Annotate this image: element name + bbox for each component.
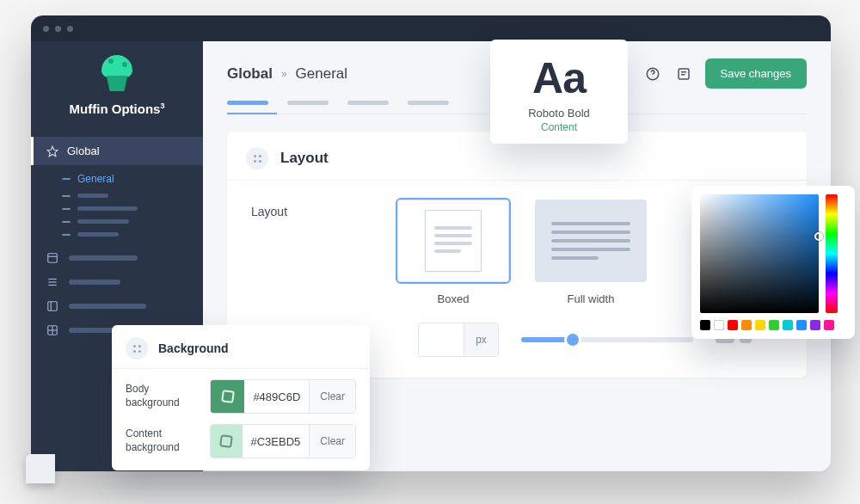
placeholder-bar (77, 206, 138, 211)
color-chip (211, 425, 243, 458)
width-input[interactable]: px (418, 323, 499, 357)
width-slider[interactable] (521, 337, 693, 342)
star-icon (46, 145, 58, 157)
save-button[interactable]: Save changes (705, 58, 807, 89)
tab-placeholder[interactable] (408, 101, 449, 105)
drag-handle-icon[interactable] (126, 337, 148, 360)
sidebar-sub-placeholder[interactable] (62, 189, 203, 202)
brand-block: Muffin Options3 (31, 53, 203, 116)
dash-icon (62, 221, 71, 223)
sidebar-sub-placeholder[interactable] (62, 215, 203, 228)
dash-icon (62, 234, 71, 236)
window-dot (67, 26, 73, 32)
layout-thumb-boxed (397, 200, 509, 282)
swatch[interactable] (755, 320, 765, 330)
width-unit: px (464, 323, 498, 356)
corner-flap-icon (26, 454, 55, 483)
font-name: Roboto Bold (502, 107, 616, 120)
list-icon (46, 276, 58, 288)
sidebar-sub-general[interactable]: General (62, 169, 203, 189)
swatch[interactable] (700, 320, 710, 330)
sidebar-nav: Global General (31, 137, 203, 342)
help-icon (645, 66, 660, 82)
bg-row-content: Content background #C3EBD5 Clear (112, 414, 370, 458)
titlebar (31, 15, 831, 41)
bg-row-body: Body background #489C6D Clear (112, 369, 370, 414)
chevron-right-icon: » (281, 68, 287, 80)
swatch-row (700, 320, 846, 330)
dash-icon (62, 178, 71, 180)
bg-label: Content background (126, 427, 200, 454)
clear-button[interactable]: Clear (309, 425, 355, 458)
color-picker (691, 186, 855, 339)
swatch[interactable] (783, 320, 793, 330)
color-hex: #489C6D (244, 390, 309, 403)
swatch[interactable] (728, 320, 738, 330)
slider-knob-icon (567, 334, 579, 346)
window-dot (55, 26, 61, 32)
svg-point-12 (652, 77, 653, 77)
color-chip (211, 380, 244, 413)
dash-icon (62, 208, 71, 210)
layout-option-fullwidth[interactable]: Full width (535, 200, 647, 305)
picker-cursor-icon (814, 232, 823, 241)
color-input-body[interactable]: #489C6D Clear (210, 379, 356, 414)
sidebar-item-global[interactable]: Global (31, 137, 203, 165)
note-icon (676, 66, 691, 82)
breadcrumb-current: General (296, 65, 347, 83)
swatch[interactable] (714, 320, 724, 330)
layout-thumb-full (535, 200, 647, 282)
layout-option-label: Boxed (438, 292, 470, 305)
bg-label: Body background (126, 383, 200, 409)
sidebar-sub-label: General (77, 173, 114, 185)
swatch[interactable] (810, 320, 820, 330)
field-label-layout: Layout (251, 200, 354, 218)
color-hex: #C3EBD5 (243, 435, 310, 448)
font-preview-card: Aa Roboto Bold Content (490, 40, 628, 144)
tab-placeholder[interactable] (287, 101, 329, 105)
tab-placeholder[interactable] (347, 101, 389, 105)
sidebar-section-placeholder[interactable] (31, 246, 203, 270)
swatch[interactable] (769, 320, 779, 330)
panel-icon (46, 252, 58, 264)
saturation-field[interactable] (700, 194, 819, 313)
breadcrumb-root: Global (227, 65, 273, 83)
layout-option-label: Full width (568, 292, 615, 305)
swatch[interactable] (824, 320, 834, 330)
muffin-logo-icon (96, 53, 138, 95)
placeholder-bar (77, 219, 129, 224)
svg-marker-0 (47, 146, 58, 157)
sidebar-section-placeholder[interactable] (31, 270, 203, 294)
image-icon (219, 434, 233, 448)
dash-icon (62, 195, 71, 197)
layout-option-boxed[interactable]: Boxed (397, 200, 509, 305)
panel-title: Background (158, 341, 229, 355)
brand-title: Muffin Options3 (70, 101, 165, 116)
sidebar-item-label: Global (67, 144, 100, 157)
help-button[interactable] (643, 65, 662, 83)
grid-icon (46, 324, 58, 336)
panel-title: Layout (280, 150, 329, 167)
swatch[interactable] (796, 320, 807, 330)
color-input-content[interactable]: #C3EBD5 Clear (210, 424, 356, 458)
tab-placeholder-active[interactable] (227, 101, 268, 105)
font-content-link[interactable]: Content (502, 121, 616, 133)
window-dot (43, 26, 49, 32)
width-value (419, 323, 464, 356)
clear-button[interactable]: Clear (309, 380, 355, 413)
breadcrumb: Global » General (227, 65, 347, 83)
placeholder-bar (77, 194, 108, 198)
drag-handle-icon[interactable] (246, 147, 268, 169)
swatch[interactable] (741, 320, 752, 330)
placeholder-bar (69, 280, 120, 285)
svg-rect-6 (48, 302, 58, 311)
hue-slider[interactable] (826, 194, 838, 313)
sidebar-section-placeholder[interactable] (31, 294, 203, 318)
svg-rect-1 (48, 254, 58, 263)
sidebar-layout-icon (46, 300, 58, 312)
notes-button[interactable] (674, 65, 693, 83)
sidebar-sub-placeholder[interactable] (62, 228, 203, 241)
sidebar-sub-placeholder[interactable] (62, 202, 203, 215)
placeholder-bar (77, 232, 119, 237)
placeholder-bar (69, 255, 138, 261)
